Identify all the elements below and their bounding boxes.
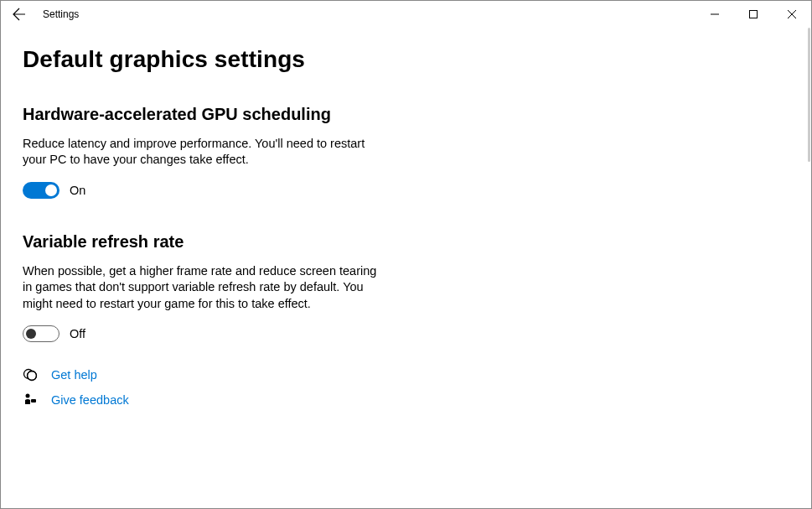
help-icon bbox=[23, 367, 38, 382]
variable-refresh-toggle[interactable] bbox=[23, 325, 59, 342]
variable-refresh-toggle-label: Off bbox=[70, 327, 85, 340]
close-button[interactable] bbox=[773, 1, 811, 28]
svg-rect-0 bbox=[750, 11, 758, 18]
minimize-icon bbox=[711, 10, 719, 18]
close-icon bbox=[788, 10, 796, 18]
toggle-knob bbox=[45, 184, 57, 196]
page-title: Default graphics settings bbox=[23, 46, 789, 73]
maximize-button[interactable] bbox=[734, 1, 773, 28]
maximize-icon bbox=[749, 10, 758, 18]
give-feedback-row: Give feedback bbox=[23, 392, 789, 408]
variable-refresh-description: When possible, get a higher frame rate a… bbox=[23, 263, 383, 312]
get-help-link[interactable]: Get help bbox=[51, 368, 97, 382]
svg-rect-5 bbox=[31, 399, 36, 403]
gpu-scheduling-toggle-label: On bbox=[70, 184, 85, 197]
app-title: Settings bbox=[43, 8, 79, 20]
titlebar: Settings bbox=[1, 1, 811, 28]
scrollbar-thumb[interactable] bbox=[808, 28, 810, 162]
gpu-scheduling-description: Reduce latency and improve performance. … bbox=[23, 136, 383, 169]
window-controls bbox=[696, 1, 811, 28]
feedback-icon bbox=[23, 392, 38, 408]
gpu-scheduling-title: Hardware-accelerated GPU scheduling bbox=[23, 105, 789, 124]
minimize-button[interactable] bbox=[696, 1, 734, 28]
gpu-scheduling-toggle[interactable] bbox=[23, 182, 59, 199]
give-feedback-link[interactable]: Give feedback bbox=[51, 393, 129, 407]
get-help-row: Get help bbox=[23, 367, 789, 382]
content-area: Default graphics settings Hardware-accel… bbox=[1, 28, 811, 436]
back-button[interactable] bbox=[1, 1, 38, 28]
gpu-scheduling-toggle-row: On bbox=[23, 182, 789, 199]
variable-refresh-toggle-row: Off bbox=[23, 325, 789, 342]
section-gpu-scheduling: Hardware-accelerated GPU scheduling Redu… bbox=[23, 105, 789, 199]
section-variable-refresh: Variable refresh rate When possible, get… bbox=[23, 232, 789, 342]
toggle-knob bbox=[26, 329, 36, 339]
back-arrow-icon bbox=[13, 8, 26, 21]
svg-point-4 bbox=[26, 394, 30, 398]
variable-refresh-title: Variable refresh rate bbox=[23, 232, 789, 252]
scrollbar[interactable] bbox=[806, 28, 810, 507]
